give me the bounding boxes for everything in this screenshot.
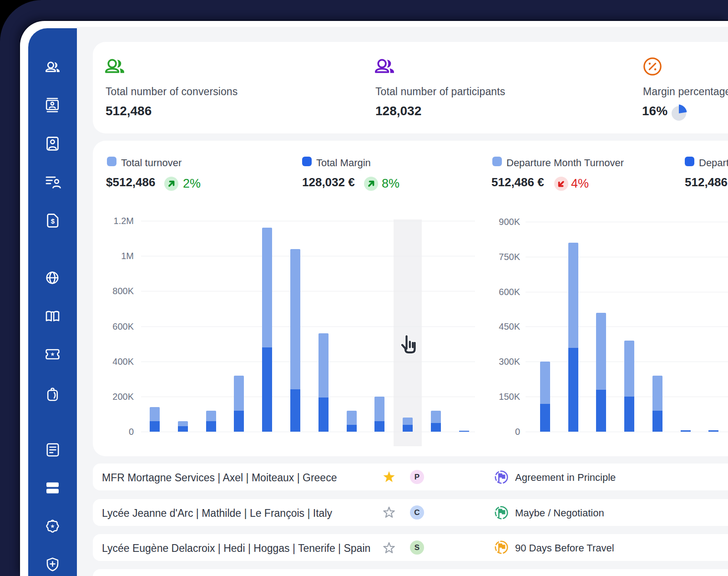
svg-text:$: $ bbox=[51, 217, 55, 225]
